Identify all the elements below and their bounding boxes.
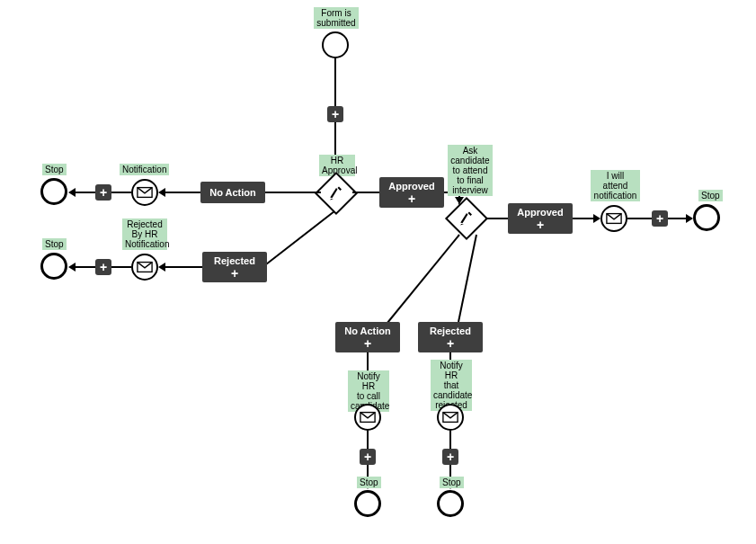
connector: [165, 266, 202, 268]
svg-line-2: [379, 235, 459, 333]
action-rejected-2[interactable]: Rejected +: [418, 322, 483, 352]
action-label: Rejected: [214, 255, 255, 266]
stop-event-1[interactable]: [40, 178, 67, 205]
arrow-icon: [158, 263, 165, 272]
plus-icon: +: [447, 337, 454, 350]
arrow-icon: [68, 263, 76, 272]
arrow-icon: [158, 188, 165, 197]
connector: [485, 218, 508, 219]
plus-icon[interactable]: +: [652, 210, 668, 227]
start-event-label: Form is submitted: [314, 7, 359, 29]
connector: [352, 192, 379, 193]
stop-label-5: Stop: [698, 190, 723, 201]
action-label: Approved: [388, 181, 434, 192]
stop-label-4: Stop: [440, 477, 464, 488]
plus-icon: +: [537, 218, 544, 231]
start-event[interactable]: [322, 31, 349, 58]
stop-label-3: Stop: [357, 477, 381, 488]
stop-event-4[interactable]: [437, 490, 464, 517]
plus-icon[interactable]: +: [442, 449, 458, 465]
plus-icon: +: [408, 192, 415, 205]
plus-icon[interactable]: +: [360, 449, 376, 465]
notification-label: Notification: [120, 164, 169, 175]
arrow-icon: [686, 214, 693, 223]
action-label: No Action: [209, 187, 256, 198]
plus-icon[interactable]: +: [95, 259, 111, 275]
connector: [0, 0, 756, 544]
plus-icon[interactable]: +: [327, 106, 343, 122]
stop-event-3[interactable]: [354, 490, 381, 517]
connector: [165, 192, 200, 193]
gateway-hr-approval[interactable]: [315, 172, 358, 215]
notification-icon[interactable]: [131, 179, 158, 206]
stop-label-2: Stop: [42, 238, 67, 250]
plus-icon: +: [364, 337, 371, 350]
notification-icon[interactable]: [354, 404, 381, 431]
connector: [265, 192, 321, 193]
action-label: Approved: [517, 207, 563, 218]
action-approved-2[interactable]: Approved +: [508, 203, 573, 234]
notification-icon[interactable]: [131, 254, 158, 281]
notification-icon[interactable]: [600, 205, 627, 232]
action-label: Rejected: [430, 326, 471, 336]
action-approved-1[interactable]: Approved +: [379, 177, 444, 208]
svg-line-3: [458, 235, 476, 322]
action-rejected-1[interactable]: Rejected +: [202, 252, 267, 282]
action-no-action-1[interactable]: No Action: [200, 182, 265, 203]
stop-event-5[interactable]: [693, 204, 720, 231]
gateway-ask-candidate[interactable]: [445, 197, 488, 240]
arrow-icon: [68, 188, 76, 197]
plus-icon: +: [231, 267, 238, 280]
action-no-action-2[interactable]: No Action +: [335, 322, 400, 352]
plus-icon[interactable]: +: [95, 184, 111, 201]
rejected-hr-label: Rejected By HR Notification: [122, 218, 167, 250]
arrow-icon: [593, 214, 600, 223]
action-label: No Action: [344, 326, 391, 336]
gateway-ask-candidate-label: Ask candidate to attend to final intervi…: [448, 145, 493, 196]
stop-label-1: Stop: [42, 164, 67, 175]
svg-line-1: [266, 211, 334, 264]
stop-event-2[interactable]: [40, 253, 67, 280]
will-attend-label: I will attend notification: [591, 170, 640, 201]
notification-icon[interactable]: [437, 404, 464, 431]
